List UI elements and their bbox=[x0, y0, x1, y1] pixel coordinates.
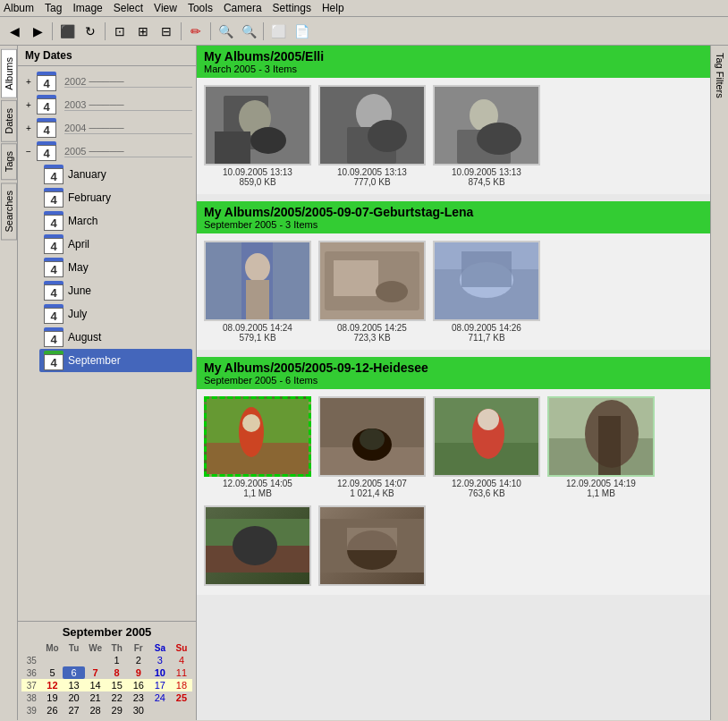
cal-day-7[interactable]: 7 bbox=[85, 666, 106, 679]
photo-thumb-elli-1[interactable] bbox=[204, 85, 311, 165]
menu-tools[interactable]: Tools bbox=[188, 2, 213, 14]
cal-day-25[interactable]: 25 bbox=[171, 691, 192, 704]
tab-albums[interactable]: Albums bbox=[1, 49, 17, 98]
month-september[interactable]: 4 September bbox=[39, 349, 192, 372]
year-2003-item[interactable]: + 4 2003 ───── bbox=[21, 93, 192, 116]
month-may[interactable]: 4 May bbox=[39, 256, 192, 279]
cal-day-8[interactable]: 8 bbox=[106, 666, 128, 679]
zoom-fit-button[interactable]: ⊡ bbox=[109, 21, 131, 42]
cal-day-10[interactable]: 10 bbox=[149, 666, 171, 679]
menu-view[interactable]: View bbox=[154, 2, 177, 14]
cal-day-19[interactable]: 19 bbox=[41, 691, 63, 704]
month-label-july: July bbox=[68, 308, 87, 320]
year-2005-item[interactable]: − 4 2005 ───── bbox=[21, 140, 192, 163]
tab-tag-filters[interactable]: Tag Filters bbox=[713, 46, 727, 106]
month-august[interactable]: 4 August bbox=[39, 326, 192, 349]
cal-day-1[interactable]: 1 bbox=[106, 654, 128, 666]
photo-thumb-heidesee-5[interactable] bbox=[204, 505, 311, 586]
cal-day-5[interactable]: 5 bbox=[41, 666, 63, 679]
cal-day-22[interactable]: 22 bbox=[106, 691, 128, 704]
photo-item[interactable]: 12.09.2005 14:19 1,1 MB bbox=[547, 396, 655, 498]
year-2002-item[interactable]: + 4 2002 ───── bbox=[21, 70, 192, 93]
cal-day-12[interactable]: 12 bbox=[41, 679, 63, 691]
photo-thumb-heidesee-4[interactable] bbox=[547, 396, 655, 477]
photo-item[interactable]: 12.09.2005 14:10 763,6 KB bbox=[433, 396, 540, 498]
forward-button[interactable]: ▶ bbox=[27, 21, 48, 42]
cal-day-9[interactable]: 9 bbox=[128, 666, 149, 679]
expand-2004[interactable]: + bbox=[21, 121, 36, 135]
refresh-button[interactable]: ↻ bbox=[80, 21, 101, 42]
photo-thumb-elli-3[interactable] bbox=[433, 85, 540, 165]
photo-item[interactable]: 12.09.2005 14:07 1 021,4 KB bbox=[318, 396, 426, 498]
cal-day-3[interactable]: 3 bbox=[149, 654, 171, 666]
cal-day-23[interactable]: 23 bbox=[128, 691, 149, 704]
menu-select[interactable]: Select bbox=[114, 2, 143, 14]
cal-day-16[interactable]: 16 bbox=[128, 679, 149, 691]
photo-thumb-heidesee-2[interactable] bbox=[318, 396, 426, 477]
back-button[interactable]: ◀ bbox=[4, 21, 25, 42]
photo-item[interactable] bbox=[204, 505, 311, 588]
menu-image[interactable]: Image bbox=[72, 2, 102, 14]
cal-day-13[interactable]: 13 bbox=[63, 679, 84, 691]
year-2004-item[interactable]: + 4 2004 ───── bbox=[21, 116, 192, 140]
photo-item[interactable]: 08.09.2005 14:25 723,3 KB bbox=[318, 241, 426, 343]
zoom-original-button[interactable]: ⊟ bbox=[156, 21, 177, 42]
photo-thumb-heidesee-1[interactable] bbox=[204, 396, 311, 477]
photo-thumb-lena-1[interactable] bbox=[204, 241, 311, 321]
month-march[interactable]: 4 March bbox=[39, 209, 192, 233]
menu-camera[interactable]: Camera bbox=[224, 2, 262, 14]
photo-thumb-lena-2[interactable] bbox=[318, 241, 426, 321]
month-june[interactable]: 4 June bbox=[39, 279, 192, 302]
photo-item[interactable]: 08.09.2005 14:24 579,1 KB bbox=[204, 241, 311, 343]
cal-day-4[interactable]: 4 bbox=[171, 654, 192, 666]
expand-2002[interactable]: + bbox=[21, 74, 36, 89]
content-area[interactable]: My Albums/2005/Elli March 2005 - 3 Items bbox=[197, 46, 710, 720]
cal-day-27[interactable]: 27 bbox=[63, 704, 84, 717]
cal-day-2[interactable]: 2 bbox=[128, 654, 149, 666]
cal-day-6[interactable]: 6 bbox=[63, 666, 84, 679]
cal-day-15[interactable]: 15 bbox=[106, 679, 128, 691]
photo-item[interactable]: 10.09.2005 13:13 874,5 KB bbox=[433, 85, 540, 187]
cal-day-29[interactable]: 29 bbox=[106, 704, 128, 717]
expand-2003[interactable]: + bbox=[21, 98, 36, 112]
cal-day-26[interactable]: 26 bbox=[41, 704, 63, 717]
month-july[interactable]: 4 July bbox=[39, 302, 192, 326]
cal-day-20[interactable]: 20 bbox=[63, 691, 84, 704]
cal-day-18[interactable]: 18 bbox=[171, 679, 192, 691]
search-zoom-out-button[interactable]: 🔍 bbox=[238, 21, 259, 42]
cal-day-30[interactable]: 30 bbox=[128, 704, 149, 717]
cal-day-17[interactable]: 17 bbox=[149, 679, 171, 691]
expand-2005[interactable]: − bbox=[21, 144, 36, 158]
month-january[interactable]: 4 January bbox=[39, 163, 192, 186]
photo-thumb-lena-3[interactable] bbox=[433, 241, 540, 321]
fullscreen-button[interactable]: ⬜ bbox=[267, 21, 289, 42]
cal-day-21[interactable]: 21 bbox=[85, 691, 106, 704]
print-button[interactable]: 📄 bbox=[291, 21, 312, 42]
cal-day-11[interactable]: 11 bbox=[171, 666, 192, 679]
photo-thumb-heidesee-3[interactable] bbox=[433, 396, 540, 477]
photo-item[interactable] bbox=[318, 505, 426, 588]
menu-help[interactable]: Help bbox=[322, 2, 344, 14]
photo-item[interactable]: 08.09.2005 14:26 711,7 KB bbox=[433, 241, 540, 343]
menu-tag[interactable]: Tag bbox=[45, 2, 62, 14]
month-february[interactable]: 4 February bbox=[39, 186, 192, 209]
search-zoom-in-button[interactable]: 🔍 bbox=[215, 21, 236, 42]
tab-tags[interactable]: Tags bbox=[1, 143, 17, 180]
edit-button[interactable]: ✏ bbox=[185, 21, 207, 42]
cal-day-28[interactable]: 28 bbox=[85, 704, 106, 717]
photo-item[interactable]: 12.09.2005 14:05 1,1 MB bbox=[204, 396, 311, 498]
tab-dates[interactable]: Dates bbox=[1, 100, 17, 142]
menu-settings[interactable]: Settings bbox=[273, 2, 311, 14]
month-april[interactable]: 4 April bbox=[39, 233, 192, 256]
photo-thumb-elli-2[interactable] bbox=[318, 85, 426, 165]
sidebar-content[interactable]: + 4 2002 ───── + 4 2003 ─ bbox=[18, 66, 196, 621]
photo-thumb-heidesee-6[interactable] bbox=[318, 505, 426, 586]
photo-item[interactable]: 10.09.2005 13:13 859,0 KB bbox=[204, 85, 311, 187]
tab-searches[interactable]: Searches bbox=[1, 182, 17, 240]
photo-item[interactable]: 10.09.2005 13:13 777,0 KB bbox=[318, 85, 426, 187]
cal-day-14[interactable]: 14 bbox=[85, 679, 106, 691]
stop-button[interactable]: ⬛ bbox=[56, 21, 78, 42]
zoom-window-button[interactable]: ⊞ bbox=[132, 21, 154, 42]
cal-day-24[interactable]: 24 bbox=[149, 691, 171, 704]
menu-album[interactable]: Album bbox=[4, 2, 34, 14]
